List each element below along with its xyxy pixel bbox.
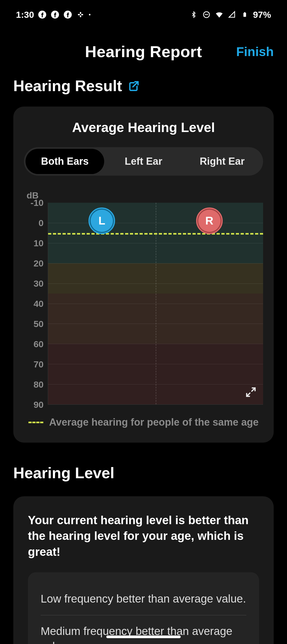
hearing-result-section: Hearing Result Average Hearing Level Bot… <box>0 77 287 644</box>
tab-left-ear[interactable]: Left Ear <box>104 149 183 174</box>
ear-tabs: Both Ears Left Ear Right Ear <box>24 147 263 176</box>
chart: dB -100102030405060708090 LR <box>24 190 263 405</box>
list-item: Medium frequency better than average val… <box>41 615 246 644</box>
bluetooth-icon <box>189 10 198 19</box>
battery-percent: 97% <box>253 10 271 20</box>
signal-icon <box>227 10 237 19</box>
status-left: 1:30 • <box>16 10 91 20</box>
status-bar: 1:30 • 97% <box>0 0 287 29</box>
legend-swatch <box>28 422 43 423</box>
list-item: Low frequency better than average value. <box>41 583 246 615</box>
status-dot-icon: • <box>89 12 91 18</box>
slack-icon <box>76 10 85 19</box>
hearing-level-title: Hearing Level <box>13 464 274 482</box>
wifi-icon <box>215 10 224 19</box>
facebook-icon <box>38 10 47 19</box>
hearing-level-card: Your current hearing level is better tha… <box>13 496 274 644</box>
svg-rect-9 <box>243 13 246 17</box>
share-icon[interactable] <box>128 80 140 92</box>
expand-icon[interactable] <box>243 385 258 400</box>
plot-area: LR <box>48 203 263 405</box>
facebook-icon <box>63 10 72 19</box>
svg-rect-6 <box>80 15 81 18</box>
svg-rect-5 <box>80 12 81 14</box>
page-title: Hearing Report <box>85 43 202 61</box>
svg-rect-3 <box>78 14 80 15</box>
home-indicator[interactable] <box>106 635 181 638</box>
y-axis-unit: dB <box>27 190 263 201</box>
chart-legend: Average hearing for people of the same a… <box>24 417 263 428</box>
svg-rect-10 <box>244 12 245 13</box>
tab-right-ear[interactable]: Right Ear <box>183 149 261 174</box>
y-axis: -100102030405060708090 <box>24 203 48 405</box>
average-line <box>48 233 263 235</box>
facebook-icon <box>50 10 60 19</box>
svg-rect-4 <box>81 14 83 15</box>
legend-text: Average hearing for people of the same a… <box>49 417 259 428</box>
battery-icon <box>240 10 249 19</box>
hearing-level-summary: Your current hearing level is better tha… <box>28 512 259 560</box>
right-ear-marker: R <box>196 207 223 234</box>
chart-title: Average Hearing Level <box>24 120 263 135</box>
section-title-row: Hearing Result <box>13 77 274 95</box>
dnd-icon <box>202 10 211 19</box>
hearing-level-list: Low frequency better than average value.… <box>28 572 259 644</box>
finish-button[interactable]: Finish <box>236 44 274 59</box>
left-ear-marker: L <box>88 207 115 234</box>
tab-both-ears[interactable]: Both Ears <box>26 149 104 174</box>
status-right: 97% <box>189 10 271 20</box>
app-header: Hearing Report Finish <box>0 29 287 77</box>
hearing-result-card: Average Hearing Level Both Ears Left Ear… <box>13 107 274 443</box>
hearing-result-title: Hearing Result <box>13 77 122 95</box>
status-time: 1:30 <box>16 10 34 20</box>
